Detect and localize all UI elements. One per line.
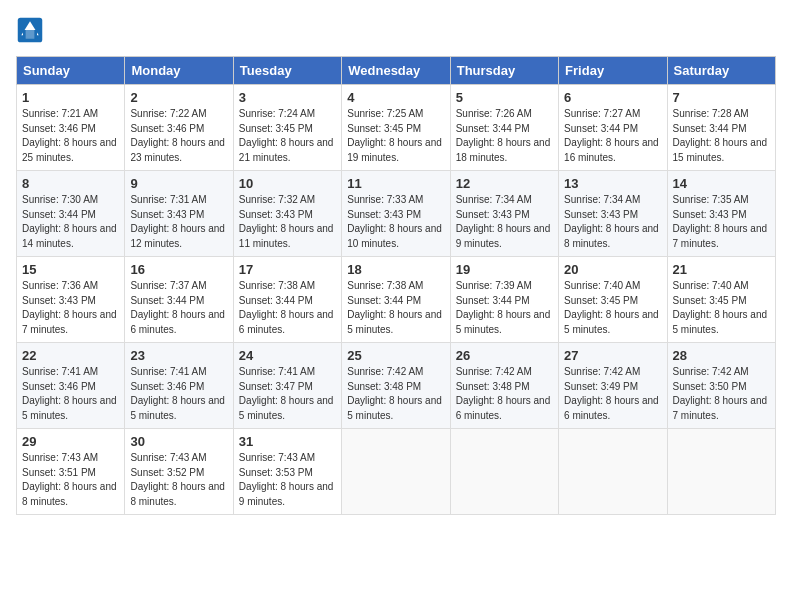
day-number: 23 <box>130 348 227 363</box>
day-number: 1 <box>22 90 119 105</box>
day-info: Sunrise: 7:43 AMSunset: 3:53 PMDaylight:… <box>239 451 336 509</box>
calendar-header-row: SundayMondayTuesdayWednesdayThursdayFrid… <box>17 57 776 85</box>
calendar-day-cell: 1 Sunrise: 7:21 AMSunset: 3:46 PMDayligh… <box>17 85 125 171</box>
day-number: 27 <box>564 348 661 363</box>
day-info: Sunrise: 7:43 AMSunset: 3:52 PMDaylight:… <box>130 451 227 509</box>
calendar-day-cell: 28 Sunrise: 7:42 AMSunset: 3:50 PMDaylig… <box>667 343 775 429</box>
logo <box>16 16 48 44</box>
calendar-day-cell: 15 Sunrise: 7:36 AMSunset: 3:43 PMDaylig… <box>17 257 125 343</box>
day-info: Sunrise: 7:37 AMSunset: 3:44 PMDaylight:… <box>130 279 227 337</box>
logo-icon <box>16 16 44 44</box>
day-number: 19 <box>456 262 553 277</box>
day-info: Sunrise: 7:36 AMSunset: 3:43 PMDaylight:… <box>22 279 119 337</box>
day-info: Sunrise: 7:40 AMSunset: 3:45 PMDaylight:… <box>673 279 770 337</box>
calendar-day-cell <box>667 429 775 515</box>
calendar-day-cell: 3 Sunrise: 7:24 AMSunset: 3:45 PMDayligh… <box>233 85 341 171</box>
calendar-day-cell <box>559 429 667 515</box>
calendar-day-cell: 9 Sunrise: 7:31 AMSunset: 3:43 PMDayligh… <box>125 171 233 257</box>
calendar-day-cell: 29 Sunrise: 7:43 AMSunset: 3:51 PMDaylig… <box>17 429 125 515</box>
weekday-header-cell: Friday <box>559 57 667 85</box>
weekday-header-cell: Wednesday <box>342 57 450 85</box>
calendar-day-cell: 5 Sunrise: 7:26 AMSunset: 3:44 PMDayligh… <box>450 85 558 171</box>
calendar-day-cell: 6 Sunrise: 7:27 AMSunset: 3:44 PMDayligh… <box>559 85 667 171</box>
weekday-header-cell: Monday <box>125 57 233 85</box>
weekday-header-cell: Saturday <box>667 57 775 85</box>
calendar-day-cell: 17 Sunrise: 7:38 AMSunset: 3:44 PMDaylig… <box>233 257 341 343</box>
calendar-week-row: 1 Sunrise: 7:21 AMSunset: 3:46 PMDayligh… <box>17 85 776 171</box>
calendar-day-cell: 26 Sunrise: 7:42 AMSunset: 3:48 PMDaylig… <box>450 343 558 429</box>
day-info: Sunrise: 7:32 AMSunset: 3:43 PMDaylight:… <box>239 193 336 251</box>
calendar-day-cell: 11 Sunrise: 7:33 AMSunset: 3:43 PMDaylig… <box>342 171 450 257</box>
day-info: Sunrise: 7:38 AMSunset: 3:44 PMDaylight:… <box>347 279 444 337</box>
day-number: 8 <box>22 176 119 191</box>
day-number: 31 <box>239 434 336 449</box>
day-info: Sunrise: 7:34 AMSunset: 3:43 PMDaylight:… <box>564 193 661 251</box>
calendar-day-cell: 24 Sunrise: 7:41 AMSunset: 3:47 PMDaylig… <box>233 343 341 429</box>
day-number: 10 <box>239 176 336 191</box>
day-number: 15 <box>22 262 119 277</box>
day-number: 18 <box>347 262 444 277</box>
day-info: Sunrise: 7:31 AMSunset: 3:43 PMDaylight:… <box>130 193 227 251</box>
day-number: 21 <box>673 262 770 277</box>
calendar-day-cell: 4 Sunrise: 7:25 AMSunset: 3:45 PMDayligh… <box>342 85 450 171</box>
day-number: 11 <box>347 176 444 191</box>
day-number: 6 <box>564 90 661 105</box>
day-number: 16 <box>130 262 227 277</box>
day-number: 25 <box>347 348 444 363</box>
calendar-day-cell: 12 Sunrise: 7:34 AMSunset: 3:43 PMDaylig… <box>450 171 558 257</box>
day-info: Sunrise: 7:27 AMSunset: 3:44 PMDaylight:… <box>564 107 661 165</box>
day-number: 26 <box>456 348 553 363</box>
calendar-day-cell: 19 Sunrise: 7:39 AMSunset: 3:44 PMDaylig… <box>450 257 558 343</box>
day-info: Sunrise: 7:43 AMSunset: 3:51 PMDaylight:… <box>22 451 119 509</box>
day-info: Sunrise: 7:41 AMSunset: 3:46 PMDaylight:… <box>130 365 227 423</box>
day-number: 5 <box>456 90 553 105</box>
day-info: Sunrise: 7:42 AMSunset: 3:48 PMDaylight:… <box>347 365 444 423</box>
day-info: Sunrise: 7:33 AMSunset: 3:43 PMDaylight:… <box>347 193 444 251</box>
weekday-header-cell: Thursday <box>450 57 558 85</box>
calendar-day-cell: 14 Sunrise: 7:35 AMSunset: 3:43 PMDaylig… <box>667 171 775 257</box>
day-info: Sunrise: 7:41 AMSunset: 3:46 PMDaylight:… <box>22 365 119 423</box>
day-number: 17 <box>239 262 336 277</box>
day-info: Sunrise: 7:38 AMSunset: 3:44 PMDaylight:… <box>239 279 336 337</box>
day-info: Sunrise: 7:39 AMSunset: 3:44 PMDaylight:… <box>456 279 553 337</box>
calendar-day-cell: 30 Sunrise: 7:43 AMSunset: 3:52 PMDaylig… <box>125 429 233 515</box>
calendar-day-cell: 22 Sunrise: 7:41 AMSunset: 3:46 PMDaylig… <box>17 343 125 429</box>
calendar-day-cell: 27 Sunrise: 7:42 AMSunset: 3:49 PMDaylig… <box>559 343 667 429</box>
day-info: Sunrise: 7:34 AMSunset: 3:43 PMDaylight:… <box>456 193 553 251</box>
day-info: Sunrise: 7:41 AMSunset: 3:47 PMDaylight:… <box>239 365 336 423</box>
day-number: 20 <box>564 262 661 277</box>
calendar-day-cell: 10 Sunrise: 7:32 AMSunset: 3:43 PMDaylig… <box>233 171 341 257</box>
svg-rect-3 <box>26 30 35 39</box>
day-info: Sunrise: 7:24 AMSunset: 3:45 PMDaylight:… <box>239 107 336 165</box>
day-info: Sunrise: 7:25 AMSunset: 3:45 PMDaylight:… <box>347 107 444 165</box>
calendar-day-cell: 2 Sunrise: 7:22 AMSunset: 3:46 PMDayligh… <box>125 85 233 171</box>
calendar-week-row: 22 Sunrise: 7:41 AMSunset: 3:46 PMDaylig… <box>17 343 776 429</box>
calendar-day-cell: 25 Sunrise: 7:42 AMSunset: 3:48 PMDaylig… <box>342 343 450 429</box>
calendar-day-cell <box>342 429 450 515</box>
day-info: Sunrise: 7:22 AMSunset: 3:46 PMDaylight:… <box>130 107 227 165</box>
day-number: 13 <box>564 176 661 191</box>
day-number: 28 <box>673 348 770 363</box>
day-number: 14 <box>673 176 770 191</box>
calendar-day-cell: 7 Sunrise: 7:28 AMSunset: 3:44 PMDayligh… <box>667 85 775 171</box>
day-info: Sunrise: 7:21 AMSunset: 3:46 PMDaylight:… <box>22 107 119 165</box>
day-info: Sunrise: 7:42 AMSunset: 3:49 PMDaylight:… <box>564 365 661 423</box>
calendar-week-row: 15 Sunrise: 7:36 AMSunset: 3:43 PMDaylig… <box>17 257 776 343</box>
day-number: 9 <box>130 176 227 191</box>
page-header <box>16 16 776 44</box>
weekday-header-cell: Sunday <box>17 57 125 85</box>
calendar-day-cell: 13 Sunrise: 7:34 AMSunset: 3:43 PMDaylig… <box>559 171 667 257</box>
day-number: 3 <box>239 90 336 105</box>
day-info: Sunrise: 7:42 AMSunset: 3:50 PMDaylight:… <box>673 365 770 423</box>
day-number: 29 <box>22 434 119 449</box>
day-number: 12 <box>456 176 553 191</box>
day-info: Sunrise: 7:42 AMSunset: 3:48 PMDaylight:… <box>456 365 553 423</box>
weekday-header-cell: Tuesday <box>233 57 341 85</box>
day-number: 7 <box>673 90 770 105</box>
day-number: 2 <box>130 90 227 105</box>
calendar-day-cell: 18 Sunrise: 7:38 AMSunset: 3:44 PMDaylig… <box>342 257 450 343</box>
calendar-week-row: 29 Sunrise: 7:43 AMSunset: 3:51 PMDaylig… <box>17 429 776 515</box>
day-info: Sunrise: 7:30 AMSunset: 3:44 PMDaylight:… <box>22 193 119 251</box>
day-info: Sunrise: 7:26 AMSunset: 3:44 PMDaylight:… <box>456 107 553 165</box>
day-number: 30 <box>130 434 227 449</box>
